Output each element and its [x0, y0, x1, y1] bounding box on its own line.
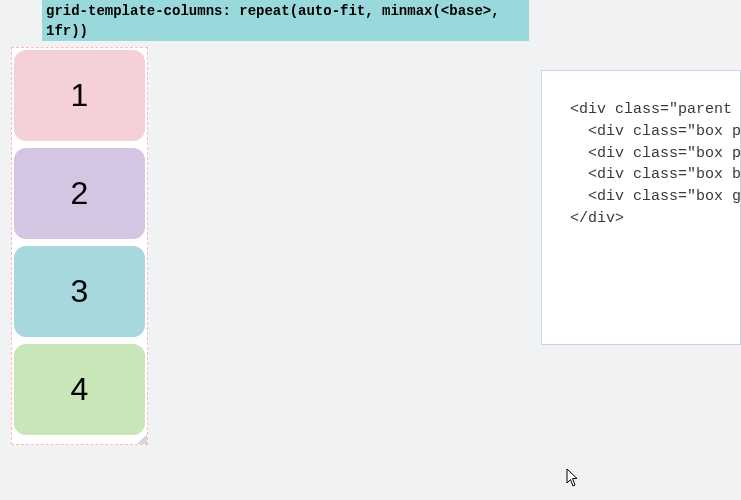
- code-line: <div class="parent p: [570, 101, 741, 118]
- grid-demo-container[interactable]: 1 2 3 4: [11, 47, 148, 445]
- resize-handle-icon[interactable]: [137, 434, 147, 444]
- cursor-icon: [566, 468, 580, 488]
- code-line: <div class="box b: [570, 166, 741, 183]
- header-code-block: grid-template-columns: repeat(auto-fit, …: [42, 0, 529, 41]
- grid-box-4: 4: [14, 344, 145, 435]
- grid-box-2: 2: [14, 148, 145, 239]
- grid-box-1: 1: [14, 50, 145, 141]
- html-code-panel: <div class="parent p <div class="box p <…: [541, 70, 741, 345]
- grid-box-3: 3: [14, 246, 145, 337]
- code-line: <div class="box g: [570, 188, 741, 205]
- code-line: <div class="box p: [570, 145, 741, 162]
- code-line: <div class="box p: [570, 123, 741, 140]
- code-line: </div>: [570, 210, 624, 227]
